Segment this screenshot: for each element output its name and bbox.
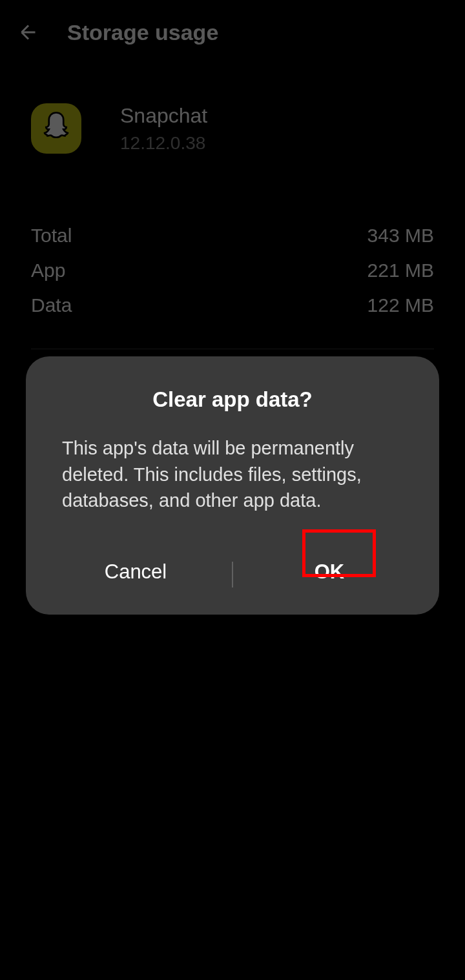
clear-data-dialog: Clear app data? This app's data will be … (26, 356, 439, 615)
dialog-title: Clear app data? (26, 387, 439, 412)
highlight-annotation (302, 529, 376, 577)
modal-overlay: Clear app data? This app's data will be … (0, 0, 465, 980)
dialog-buttons: Cancel OK (26, 540, 439, 615)
button-divider (232, 562, 233, 587)
dialog-message: This app's data will be permanently dele… (26, 435, 439, 514)
cancel-button[interactable]: Cancel (39, 553, 232, 591)
